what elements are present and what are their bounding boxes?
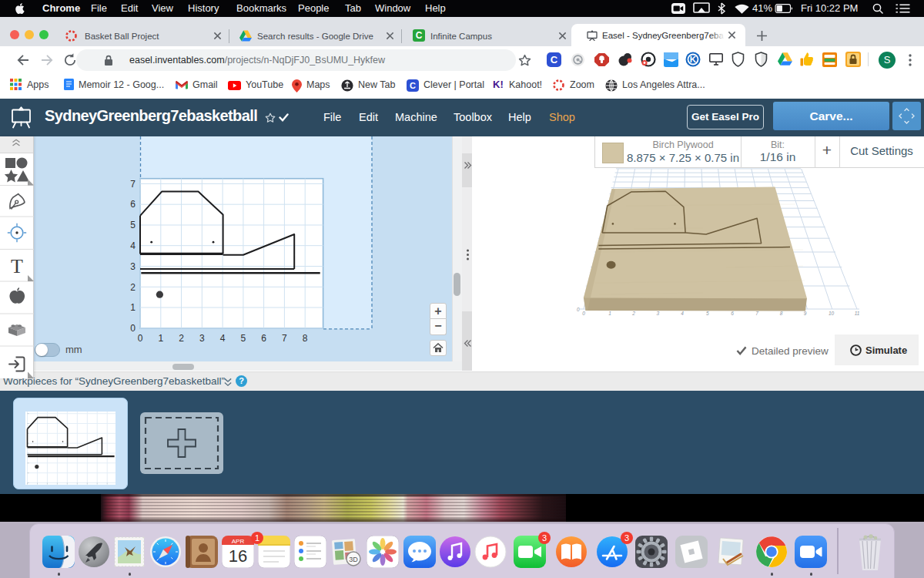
svg-text:8: 8 (780, 311, 783, 316)
svg-text:T: T (11, 255, 23, 277)
svg-text:5: 5 (130, 220, 136, 230)
svg-text:7: 7 (755, 311, 758, 316)
svg-text:4: 4 (220, 333, 226, 344)
svg-text:16: 16 (229, 546, 247, 566)
svg-text:1: 1 (608, 311, 611, 316)
svg-text:2: 2 (179, 333, 184, 344)
svg-text:9: 9 (804, 311, 807, 316)
svg-text:4: 4 (130, 240, 136, 251)
svg-text:0: 0 (130, 323, 136, 334)
svg-text:2: 2 (130, 282, 136, 293)
svg-text:5: 5 (241, 333, 246, 344)
svg-text:10: 10 (829, 311, 835, 316)
svg-text:2: 2 (631, 311, 635, 316)
svg-text:0: 0 (582, 311, 585, 316)
svg-text:1: 1 (130, 302, 136, 313)
svg-text:3: 3 (130, 261, 136, 272)
svg-text:APR: APR (232, 538, 245, 545)
svg-text:11: 11 (855, 311, 860, 316)
svg-text:3D: 3D (349, 556, 358, 563)
svg-text:4: 4 (681, 311, 684, 316)
svg-text:K: K (690, 55, 697, 64)
svg-text:7: 7 (282, 333, 287, 344)
svg-text:0: 0 (577, 307, 580, 312)
svg-text:6: 6 (731, 311, 734, 316)
svg-text:3: 3 (657, 311, 660, 316)
svg-text:1: 1 (158, 333, 163, 344)
svg-text:0: 0 (138, 333, 143, 344)
svg-text:6: 6 (261, 333, 266, 344)
svg-text:3: 3 (199, 333, 205, 344)
svg-text:5: 5 (706, 311, 709, 316)
svg-text:6: 6 (130, 199, 136, 210)
svg-text:7: 7 (130, 179, 136, 190)
svg-text:8: 8 (303, 333, 308, 344)
